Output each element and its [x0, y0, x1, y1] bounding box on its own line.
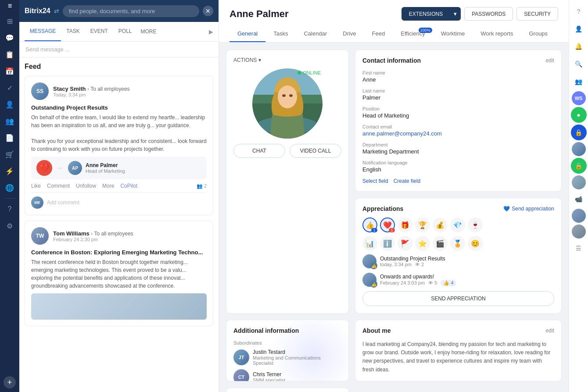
appr-trophy[interactable]: 🏆	[415, 217, 430, 232]
sidebar-store-icon[interactable]: 🛒	[2, 146, 18, 162]
department-value: Marketing Department	[362, 148, 554, 155]
sidebar-crm-icon[interactable]: 👤	[2, 96, 18, 112]
hamburger-icon[interactable]: ☰	[8, 4, 12, 9]
tab-message[interactable]: MESSAGE	[25, 22, 61, 41]
tab-worktime[interactable]: Worktime	[433, 26, 473, 42]
send-appreciation-link[interactable]: 💙 Send appreciation	[503, 206, 554, 212]
tab-task[interactable]: TASK	[61, 22, 85, 41]
appr-money[interactable]: 💰	[433, 217, 448, 232]
search-close-button[interactable]: ✕	[203, 6, 213, 16]
tab-groups[interactable]: Groups	[521, 26, 556, 42]
sidebar-home-icon[interactable]: ⊞	[2, 13, 18, 29]
svg-point-7	[282, 94, 286, 97]
extensions-dropdown-button[interactable]: ▾	[450, 7, 461, 21]
tab-event[interactable]: EVENT	[85, 22, 113, 41]
profile-header-buttons: EXTENSIONS ▾ PASSWORDS SECURITY	[402, 7, 558, 21]
appr-thumbs-up[interactable]: 👍1	[362, 217, 377, 232]
appr-smile[interactable]: 😊	[468, 236, 483, 251]
appr-info[interactable]: ℹ️	[380, 236, 395, 251]
appr-medal[interactable]: 🏅	[450, 236, 465, 251]
like-action[interactable]: Like	[31, 183, 41, 189]
right-sidebar-bell-icon[interactable]: 🔔	[571, 39, 587, 54]
appr-star[interactable]: ⭐	[415, 236, 430, 251]
appr-chart[interactable]: 📊	[362, 236, 377, 251]
sidebar-automation-icon[interactable]: ⚡	[2, 163, 18, 179]
tab-feed[interactable]: Feed	[364, 26, 393, 42]
sidebar-employees-icon[interactable]: 👥	[2, 113, 18, 129]
sidebar-calendar-icon[interactable]: 📅	[2, 63, 18, 79]
tab-more[interactable]: MORE	[137, 22, 160, 41]
tab-efficiency[interactable]: Efficiency 100%	[393, 26, 433, 42]
left-icon-sidebar: ☰ ⊞ 💬 📋 📅 ✓ 👤 👥 📄 🛒 ⚡ 🌐 ? ⚙ +	[0, 0, 19, 392]
sidebar-sites-icon[interactable]: 🌐	[2, 180, 18, 196]
right-sidebar-users-icon[interactable]: 👥	[571, 74, 587, 89]
right-sidebar-user-icon[interactable]: 👤	[571, 21, 587, 37]
sidebar-tasks-icon[interactable]: ✓	[2, 80, 18, 96]
comment-input-placeholder[interactable]: Add comment	[47, 200, 207, 206]
tab-calendar[interactable]: Calendar	[296, 26, 335, 42]
right-sidebar-avatar-4[interactable]	[572, 225, 586, 239]
top-bar: Bitrix24 ⇄ ✕	[19, 0, 219, 22]
select-field-link[interactable]: Select field	[362, 178, 388, 184]
about-me-edit[interactable]: edit	[546, 328, 554, 334]
create-field-link[interactable]: Create field	[394, 178, 420, 184]
search-input[interactable]	[63, 5, 199, 17]
appr-gem[interactable]: 💎	[450, 217, 465, 232]
tab-poll[interactable]: POLL	[113, 22, 137, 41]
contact-info-edit[interactable]: edit	[546, 57, 554, 64]
right-sidebar-blue-icon[interactable]: 🔒	[571, 125, 587, 140]
appr-wine[interactable]: 🍷	[468, 217, 483, 232]
sidebar-help-icon[interactable]: ?	[2, 201, 18, 217]
right-sidebar-search-icon[interactable]: 🔍	[571, 56, 587, 72]
appr-gift[interactable]: 🎁	[398, 217, 412, 232]
refresh-icon[interactable]: ⇄	[54, 7, 59, 14]
tab-work-reports[interactable]: Work reports	[473, 26, 521, 42]
right-sidebar-lock-icon[interactable]: 🔒	[571, 158, 587, 174]
right-sidebar-green-icon[interactable]: ●	[571, 107, 587, 123]
comment-action[interactable]: Comment	[47, 183, 70, 189]
first-name-value: Anne	[362, 76, 554, 83]
appr-flag[interactable]: 🚩	[398, 236, 412, 251]
chat-button[interactable]: CHAT	[233, 144, 285, 158]
right-sidebar-avatar-1[interactable]	[572, 142, 586, 156]
right-sidebar-avatar-3[interactable]	[572, 209, 586, 223]
unfollow-action[interactable]: Unfollow	[76, 183, 96, 189]
right-sidebar-video-icon[interactable]: 📹	[571, 191, 587, 207]
feed-section: Feed SS Stacy Smith › To all employees T…	[19, 57, 219, 392]
send-appreciation-button[interactable]: SEND APPRECIATION	[362, 291, 554, 306]
appreciation-avatar: AP	[68, 161, 82, 175]
more-action[interactable]: More	[102, 183, 114, 189]
right-sidebar-list-icon[interactable]: ☰	[571, 240, 587, 256]
appr-heart[interactable]: ❤️1	[380, 217, 395, 232]
feed-post-2: TW Tom Williams › To all employees Febru…	[25, 221, 213, 326]
right-sidebar-ws-badge[interactable]: WS	[572, 91, 586, 105]
actions-label: ACTIONS	[233, 57, 257, 63]
appr-clapper[interactable]: 🎬	[433, 236, 448, 251]
email-value[interactable]: anne.palmer@company24.com	[362, 130, 554, 137]
copilot-action[interactable]: CoPilot	[120, 183, 137, 189]
appr-item-title-2: Onwards and upwards!	[380, 274, 554, 280]
send-message-bar[interactable]: Send message ...	[19, 42, 219, 57]
sidebar-docs-icon[interactable]: 📄	[2, 130, 18, 146]
message-tabs: MESSAGE TASK EVENT POLL MORE ▶	[19, 22, 219, 42]
security-button[interactable]: SECURITY	[516, 7, 558, 21]
extensions-button[interactable]: EXTENSIONS	[402, 7, 450, 21]
passwords-button[interactable]: PASSWORDS	[464, 7, 513, 21]
sidebar-feed-icon[interactable]: 📋	[2, 46, 18, 62]
tab-tasks[interactable]: Tasks	[265, 26, 296, 42]
sidebar-chat-icon[interactable]: 💬	[2, 30, 18, 46]
video-call-button[interactable]: VIDEO CALL	[290, 144, 341, 158]
post-appreciation-1: ❤️ → AP Anne Palmer Head of Marketing	[31, 157, 207, 179]
actions-bar[interactable]: ACTIONS ▾	[233, 57, 341, 63]
sidebar-settings-icon[interactable]: ⚙	[2, 218, 18, 234]
subordinate-avatar-2: CT	[233, 369, 249, 381]
feed-title: Feed	[25, 63, 213, 71]
tab-general[interactable]: General	[229, 26, 265, 42]
appr-item-info-1: Outstanding Project Results today, 3:34 …	[380, 256, 554, 267]
right-sidebar-avatar-2[interactable]	[572, 175, 586, 189]
right-panel: Anne Palmer EXTENSIONS ▾ PASSWORDS SECUR…	[219, 0, 569, 392]
tab-drive[interactable]: Drive	[335, 26, 364, 42]
right-sidebar-question-icon[interactable]: ?	[571, 4, 587, 19]
appreciation-role: Head of Marketing	[86, 168, 125, 174]
sidebar-add-button[interactable]: +	[4, 376, 16, 388]
